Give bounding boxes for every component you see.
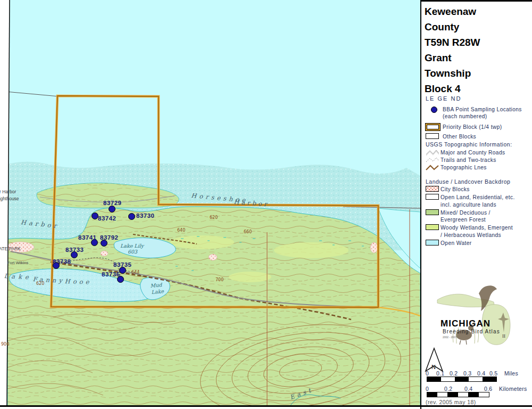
km-tick: 0.6 <box>484 386 493 392</box>
km-unit: Kilometers <box>499 386 527 392</box>
miles-bar <box>427 377 497 382</box>
logo-years-text: 2002 - 2007 <box>443 336 457 339</box>
info-panel: Keweenaw County T59N R28W Grant Township… <box>420 0 532 409</box>
title-line: T59N R28W <box>425 35 532 50</box>
priority-block-icon <box>426 124 440 130</box>
km-tick: 0.4 <box>464 386 473 392</box>
logo-name-text: MICHIGAN <box>440 318 491 329</box>
topographic-lines-icon <box>426 164 439 173</box>
logo-numeral-text: II <box>502 333 505 339</box>
mile-tick: 0.5 <box>489 370 498 377</box>
legend-heading: LE GE ND <box>421 95 532 102</box>
legend-other-label: Other Blocks <box>443 134 476 140</box>
landuse-forest-label: Mixed/ Deciduous / <box>440 210 491 216</box>
mile-tick: 0 <box>426 370 429 377</box>
landuse-water-label: Open Water <box>440 240 472 246</box>
scalebar-km: 0 0.2 0.4 0.6 Kilometers <box>421 386 532 397</box>
landuse-city-label: City Blocks <box>440 186 470 192</box>
usgs-trails-label: Trails and Two-tracks <box>440 157 496 163</box>
km-bar <box>427 392 489 397</box>
title-line: County <box>425 19 532 35</box>
mile-unit: Miles <box>504 370 518 377</box>
legend-bba-label2: (each numbered) <box>443 113 487 119</box>
mile-tick: 0.4 <box>477 370 486 377</box>
usgs-topo-label: Topographic Lnes <box>440 165 487 170</box>
map-canvas: 8372983742837308374183792837338373883735… <box>0 0 420 406</box>
title-line: Grant <box>425 50 532 66</box>
usgs-heading: USGS Topographic Information: <box>421 141 532 148</box>
mile-tick: 0.1 <box>436 370 445 377</box>
city-blocks-swatch <box>426 186 439 192</box>
open-land-swatch <box>426 194 439 200</box>
km-tick: 0.2 <box>444 386 453 392</box>
logo-sub-text: Breeding Bird Atlas <box>443 329 500 334</box>
mile-tick: 0.3 <box>463 370 472 377</box>
map-title: Keweenaw County T59N R28W Grant Township… <box>421 4 532 96</box>
km-tick: 0 <box>426 386 429 392</box>
usgs-roads-label: Major and County Roads <box>440 150 505 156</box>
north-arrow-label: N <box>431 364 436 370</box>
title-line: Township <box>425 66 532 81</box>
screenshot-root: 8372983742837308374183792837338373883735… <box>0 0 532 409</box>
wetland-swatch <box>426 224 439 230</box>
scalebar-miles: 0 0.1 0.2 0.3 0.4 0.5 Miles <box>421 370 532 382</box>
usgs-section: USGS Topographic Information: Major and … <box>421 141 532 171</box>
frame-bottom-border <box>0 405 532 407</box>
topographic-map-graphic <box>0 0 420 406</box>
other-blocks-icon <box>426 133 439 139</box>
legend-bba-label: BBA Point Sampling Locations <box>443 107 522 112</box>
landuse-forest-label2: Evergreen Forest <box>440 217 486 223</box>
mile-tick: 0.2 <box>450 370 458 377</box>
landuse-heading: Landuse / Landcover Backdrop <box>421 178 532 185</box>
landuse-open-label: Open Land, Residential, etc. <box>440 194 515 200</box>
open-water-swatch <box>426 240 439 246</box>
landuse-wetland-label: Woody Wetlands, Emergent <box>440 225 513 231</box>
mbba-logo: MICHIGAN Breeding Bird Atlas 2002 - 2007… <box>421 284 532 348</box>
title-line: Keweenaw <box>425 4 532 19</box>
legend-section: LE GE ND BBA Point Sampling Locations (e… <box>421 95 532 140</box>
revision-note: (rev. 2005 may 18) <box>421 399 532 405</box>
landuse-section: Landuse / Landcover Backdrop City Blocks… <box>421 178 532 247</box>
landuse-open-label2: incl. agriculture lands <box>440 202 496 208</box>
forest-swatch <box>426 209 439 215</box>
bba-point-icon <box>431 107 437 113</box>
landuse-wetland-label2: / Herbaceous Wetlands <box>440 232 501 238</box>
legend-priority-label: Priority Block (1/4 twp) <box>443 124 502 130</box>
title-line: Block 4 <box>425 81 532 96</box>
